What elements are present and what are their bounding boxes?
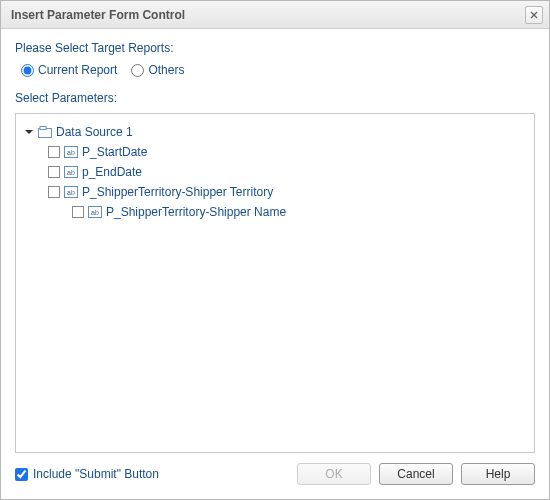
close-icon <box>530 11 538 19</box>
param-field-icon: ab <box>64 186 78 198</box>
radio-current-report[interactable]: Current Report <box>21 63 117 77</box>
expander[interactable] <box>24 127 34 137</box>
param-label: P_StartDate <box>82 145 147 159</box>
dialog-content: Please Select Target Reports: Current Re… <box>1 29 549 463</box>
param-label: P_ShipperTerritory-Shipper Name <box>106 205 286 219</box>
param-label: p_EndDate <box>82 165 142 179</box>
param-checkbox[interactable] <box>48 186 60 198</box>
close-button[interactable] <box>525 6 543 24</box>
param-checkbox[interactable] <box>72 206 84 218</box>
datasource-icon <box>38 126 52 138</box>
tree-nested-param-row[interactable]: ab P_ShipperTerritory-Shipper Name <box>22 202 528 222</box>
radio-others[interactable]: Others <box>131 63 184 77</box>
param-label: P_ShipperTerritory-Shipper Territory <box>82 185 273 199</box>
param-checkbox[interactable] <box>48 146 60 158</box>
help-button[interactable]: Help <box>461 463 535 485</box>
ok-button: OK <box>297 463 371 485</box>
tree-param-row[interactable]: ab p_EndDate <box>22 162 528 182</box>
dialog-title: Insert Parameter Form Control <box>11 8 525 22</box>
target-radio-group: Current Report Others <box>21 63 535 77</box>
param-field-icon: ab <box>64 166 78 178</box>
include-submit-input[interactable] <box>15 468 28 481</box>
dialog-footer: Include "Submit" Button OK Cancel Help <box>1 463 549 499</box>
parameters-tree[interactable]: Data Source 1 ab P_StartDate ab p_EndDat… <box>15 113 535 453</box>
radio-others-input[interactable] <box>131 64 144 77</box>
tree-param-row[interactable]: ab P_ShipperTerritory-Shipper Territory <box>22 182 528 202</box>
radio-others-label: Others <box>148 63 184 77</box>
tree-param-row[interactable]: ab P_StartDate <box>22 142 528 162</box>
dialog: Insert Parameter Form Control Please Sel… <box>0 0 550 500</box>
include-submit-checkbox[interactable]: Include "Submit" Button <box>15 467 289 481</box>
chevron-down-icon <box>25 128 33 136</box>
radio-current-input[interactable] <box>21 64 34 77</box>
include-submit-label: Include "Submit" Button <box>33 467 159 481</box>
svg-rect-1 <box>40 127 46 130</box>
radio-current-label: Current Report <box>38 63 117 77</box>
tree-root-label: Data Source 1 <box>56 125 133 139</box>
titlebar: Insert Parameter Form Control <box>1 1 549 29</box>
param-field-icon: ab <box>64 146 78 158</box>
param-checkbox[interactable] <box>48 166 60 178</box>
target-reports-label: Please Select Target Reports: <box>15 41 535 55</box>
param-field-icon: ab <box>88 206 102 218</box>
cancel-button[interactable]: Cancel <box>379 463 453 485</box>
select-params-label: Select Parameters: <box>15 91 535 105</box>
tree-root-row[interactable]: Data Source 1 <box>22 122 528 142</box>
